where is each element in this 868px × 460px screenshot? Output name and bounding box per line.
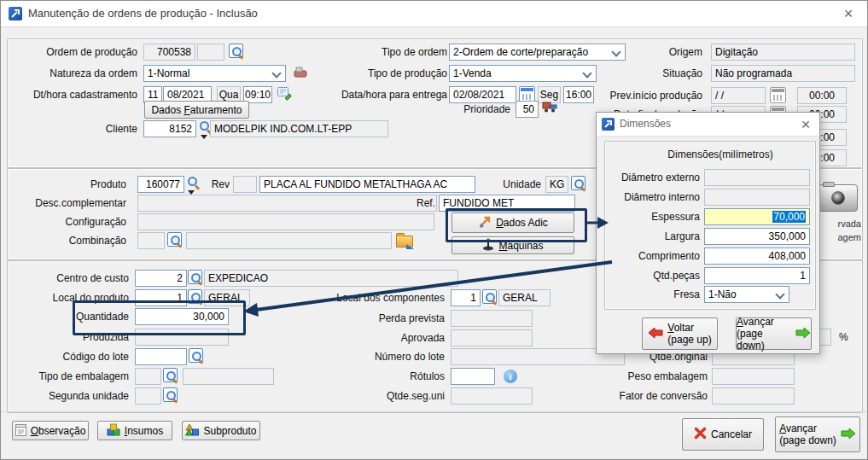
aprovada-field (451, 329, 533, 346)
annotation-rect-quantidade (73, 300, 246, 335)
observacao-button[interactable]: Observação (12, 421, 89, 440)
desc-complementar-field (137, 195, 437, 212)
percent-label: % (839, 329, 856, 346)
tipo-embalagem-search-icon[interactable] (163, 368, 178, 382)
aprovada-label: Aprovada (317, 329, 445, 346)
peso-embalagem-label: Peso embalagem (598, 368, 708, 385)
avancar-dialog-label: Avançar(page down) (737, 316, 791, 352)
comprimento-field[interactable]: 408,000 (704, 247, 810, 265)
tipo-producao-value: 1-Venda (453, 67, 492, 79)
fresa-select[interactable]: 1-Não (704, 286, 789, 303)
espessura-label: Espessura (604, 208, 700, 225)
tipo-ordem-value: 2-Ordem de corte/preparação (453, 46, 588, 58)
situacao-field: Não programada (711, 65, 855, 82)
folder-icon[interactable] (396, 236, 413, 247)
tipo-embalagem-label: Tipo de embalagem (9, 368, 129, 385)
largura-field[interactable]: 350,000 (704, 228, 810, 245)
camera-icon[interactable] (818, 184, 858, 212)
local-componentes-codigo-field[interactable]: 1 (451, 289, 481, 306)
tipo-ordem-label: Tipo de ordem (329, 44, 447, 61)
subproduto-icon (185, 423, 199, 439)
subproduto-button[interactable]: Subproduto (182, 421, 260, 440)
cliente-label: Cliente (18, 120, 137, 137)
local-componentes-search-icon[interactable] (482, 289, 497, 304)
combinacao-nome-field (186, 232, 392, 249)
arrow-left-icon (648, 327, 663, 341)
natureza-ordem-select[interactable]: 1-Normal (143, 65, 286, 82)
prev-inicio-label: Prev.início produção (590, 87, 702, 104)
close-icon[interactable]: × (838, 3, 859, 24)
fator-conversao-field (712, 387, 795, 405)
cliente-nome-field: MODELPIK IND.COM.LT-EPP (210, 120, 388, 137)
codigo-lote-field[interactable] (135, 348, 187, 365)
app-icon (9, 7, 22, 20)
cliente-dropdown-icon[interactable] (201, 135, 207, 139)
centro-custo-codigo-field[interactable]: 2 (135, 270, 187, 287)
rev-label: Rev (206, 176, 230, 193)
peso-embalagem-field (712, 368, 795, 385)
origem-label: Origem (590, 44, 702, 61)
dimensoes-title: Dimensões (620, 118, 671, 130)
segunda-unidade-field (135, 387, 161, 405)
centro-custo-nome-field: EXPEDICAO (204, 270, 458, 287)
produto-label: Produto (9, 176, 126, 193)
rotulos-field[interactable] (451, 368, 495, 385)
cubes-icon (107, 423, 120, 439)
tipo-producao-select[interactable]: 1-Venda (449, 65, 597, 82)
combinacao-search-icon[interactable] (167, 232, 182, 247)
natureza-tool-icon[interactable] (294, 67, 308, 82)
voltar-label: Voltar(page up) (667, 322, 711, 346)
rev-field (233, 176, 257, 193)
avancar-dialog-button[interactable]: Avançar(page down) (736, 317, 812, 350)
avancar-button[interactable]: Avançar(page down) (775, 416, 860, 452)
cancelar-label: Cancelar (711, 428, 752, 440)
prioridade-field[interactable]: 50 (516, 101, 539, 118)
prioridade-truck-icon[interactable] (542, 100, 558, 117)
numero-lote-label: Número do lote (317, 348, 445, 365)
comprimento-label: Comprimento (604, 247, 700, 265)
info-icon[interactable]: i (504, 370, 517, 383)
ordem-producao-label: Ordem de produção (18, 44, 137, 61)
arrow-right-icon (841, 428, 856, 442)
cancel-x-icon (694, 427, 707, 442)
arrow-right-icon (795, 327, 811, 341)
dimensoes-titlebar: Dimensões × (597, 113, 819, 137)
dimensoes-header: Dimensões(milímetros) (635, 146, 806, 163)
close-icon[interactable]: × (795, 114, 816, 135)
tipo-embalagem-codigo-field (135, 368, 161, 385)
combinacao-codigo-field (137, 232, 165, 249)
espessura-field[interactable]: 70,000 (704, 208, 810, 225)
ordem-search-icon[interactable] (229, 44, 243, 58)
dados-faturamento-label: Dados Faturamento (151, 104, 242, 116)
unidade-label: Unidade (479, 176, 541, 193)
segunda-unidade-label: Segunda unidade (9, 387, 129, 405)
voltar-button[interactable]: Voltar(page up) (642, 317, 718, 350)
fresa-label: Fresa (604, 286, 700, 303)
qtde-seg-uni-label: Qtde.seg.uni (317, 387, 445, 405)
codigo-lote-label: Código do lote (9, 348, 129, 365)
prev-inicio-hora-field: 00:00 (797, 87, 847, 104)
natureza-ordem-value: 1-Normal (148, 67, 189, 79)
chevron-down-icon (271, 68, 281, 78)
qtd-pecas-label: Qtd.peças (604, 267, 700, 284)
qtd-pecas-field[interactable]: 1 (704, 267, 810, 284)
segunda-unidade-search-icon[interactable] (163, 387, 178, 402)
prioridade-label: Prioridade (411, 101, 510, 118)
diametro-externo-field (704, 169, 810, 186)
centro-custo-search-icon[interactable] (188, 270, 202, 284)
unidade-field: KG (545, 176, 568, 193)
note-icon (15, 422, 26, 439)
cancelar-button[interactable]: Cancelar (682, 418, 764, 451)
insumos-button[interactable]: Insumos (97, 421, 172, 440)
configuracao-field (137, 213, 434, 230)
dados-faturamento-button[interactable]: Dados Faturamento (144, 101, 249, 119)
qtde-seg-uni-field (451, 387, 533, 405)
unidade-search-icon[interactable] (571, 176, 585, 190)
produto-search-icon[interactable] (186, 175, 201, 189)
produto-codigo-field[interactable]: 160077 (137, 176, 184, 193)
subproduto-label: Subproduto (203, 425, 256, 437)
largura-label: Largura (604, 228, 700, 245)
codigo-lote-search-icon[interactable] (189, 348, 203, 363)
cadastramento-edit-icon[interactable] (277, 86, 293, 104)
cliente-codigo-field[interactable]: 8152 (143, 120, 196, 137)
